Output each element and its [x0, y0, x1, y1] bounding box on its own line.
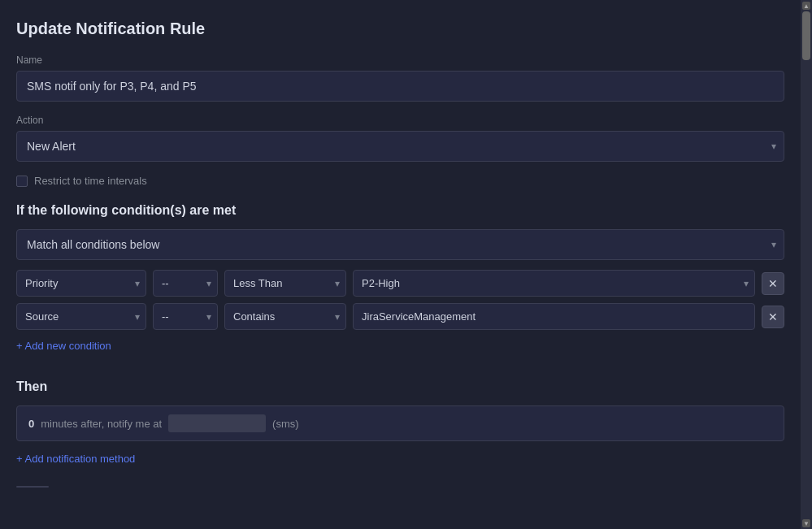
restrict-checkbox[interactable]	[16, 176, 28, 187]
scrollbar-track	[802, 11, 810, 518]
value-select-1[interactable]: P2-High P1-Critical P3-Medium P4-Low P5-…	[353, 270, 755, 297]
value-input-2[interactable]	[353, 303, 755, 330]
value-select-wrapper-1: P2-High P1-Critical P3-Medium P4-Low P5-…	[353, 270, 755, 297]
field-select-wrapper-2: Source Priority Tag ▾	[16, 303, 146, 330]
dash-select-wrapper-2: -- ▾	[153, 303, 218, 330]
match-select-wrapper: Match all conditions below Match any con…	[16, 229, 784, 260]
action-select-wrapper: New Alert Acknowledged Alert Closed Aler…	[16, 131, 784, 162]
then-title: Then	[16, 379, 784, 394]
condition-row-1: Priority Source Tag ▾ -- ▾ Less Than G	[16, 270, 784, 297]
add-notification-link[interactable]: + Add notification method	[16, 453, 135, 465]
then-row: 0 minutes after, notify me at (sms)	[16, 405, 784, 441]
then-sms-label: (sms)	[272, 418, 299, 430]
field-select-wrapper-1: Priority Source Tag ▾	[16, 270, 146, 297]
dash-select-wrapper-1: -- ▾	[153, 270, 218, 297]
operator-select-1[interactable]: Less Than Greater Than Equals Contains	[224, 270, 346, 297]
close-2-icon: ✕	[768, 310, 778, 323]
restrict-label: Restrict to time intervals	[34, 175, 147, 187]
name-group: Name	[16, 54, 784, 102]
main-panel: Update Notification Rule Name Action New…	[0, 0, 801, 529]
scrollbar: ▲ ▼	[801, 0, 812, 529]
operator-select-2[interactable]: Contains Equals Starts With Ends With	[224, 303, 346, 330]
action-group: Action New Alert Acknowledged Alert Clos…	[16, 115, 784, 162]
operator-select-wrapper-1: Less Than Greater Than Equals Contains ▾	[224, 270, 346, 297]
then-notify-value	[168, 414, 266, 432]
conditions-section: If the following condition(s) are met Ma…	[16, 203, 784, 368]
remove-condition-2-button[interactable]: ✕	[762, 306, 784, 328]
operator-select-wrapper-2: Contains Equals Starts With Ends With ▾	[224, 303, 346, 330]
add-condition-link[interactable]: + Add new condition	[16, 340, 111, 352]
then-minutes-value: 0	[28, 418, 34, 430]
scroll-up-arrow[interactable]: ▲	[802, 2, 810, 10]
dash-select-1[interactable]: --	[153, 270, 218, 297]
field-select-1[interactable]: Priority Source Tag	[16, 270, 146, 297]
field-select-2[interactable]: Source Priority Tag	[16, 303, 146, 330]
dash-select-2[interactable]: --	[153, 303, 218, 330]
match-wrapper: Match all conditions below Match any con…	[16, 229, 784, 260]
restrict-row: Restrict to time intervals	[16, 175, 784, 187]
scrollbar-thumb[interactable]	[802, 11, 810, 60]
bottom-divider	[16, 486, 49, 488]
page-title: Update Notification Rule	[16, 20, 784, 38]
then-section: Then 0 minutes after, notify me at (sms)…	[16, 379, 784, 488]
scroll-down-arrow[interactable]: ▼	[802, 519, 810, 527]
condition-row-2: Source Priority Tag ▾ -- ▾ Contains Eq	[16, 303, 784, 330]
action-select[interactable]: New Alert Acknowledged Alert Closed Aler…	[16, 131, 784, 162]
action-label: Action	[16, 115, 784, 126]
match-select[interactable]: Match all conditions below Match any con…	[16, 229, 784, 260]
remove-condition-1-button[interactable]: ✕	[762, 272, 784, 295]
conditions-title: If the following condition(s) are met	[16, 203, 784, 218]
then-middle-text: minutes after, notify me at	[41, 418, 162, 430]
close-1-icon: ✕	[768, 277, 778, 290]
name-input[interactable]	[16, 71, 784, 102]
name-label: Name	[16, 54, 784, 66]
